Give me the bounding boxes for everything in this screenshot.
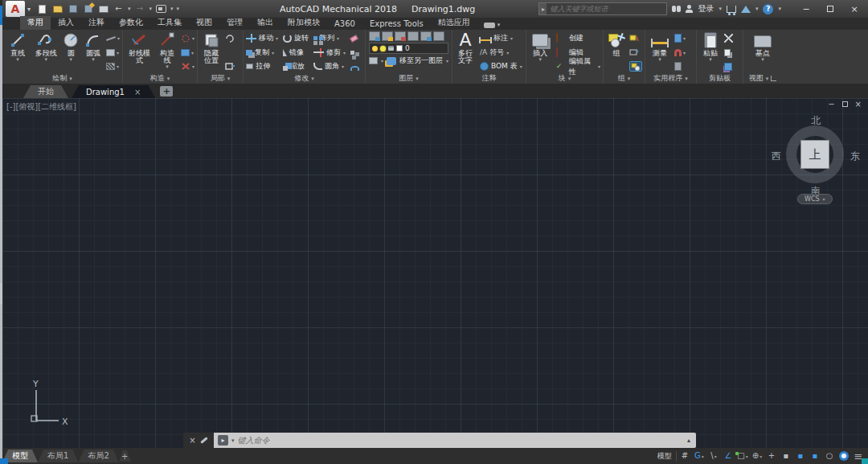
tab-annotate[interactable]: 注释 (81, 16, 112, 30)
user-account-icon[interactable] (686, 5, 693, 13)
ungroup-button[interactable] (629, 33, 642, 43)
detail-view-button[interactable] (225, 33, 235, 43)
viewcube-top-face[interactable]: 上 (800, 140, 829, 169)
help-search-box[interactable]: ▸ (538, 2, 667, 15)
maximize-button[interactable] (818, 1, 842, 17)
hide-position-button[interactable]: 隐藏位置 (200, 31, 223, 73)
arc-button[interactable]: 圆弧 ▾ (83, 31, 104, 73)
command-input[interactable] (238, 436, 684, 445)
isolate-objects-button[interactable]: ○ (823, 450, 836, 462)
group-button[interactable]: 组 (606, 31, 627, 73)
sign-in-label[interactable]: 登录 (698, 3, 714, 14)
polar-tracking-button[interactable]: ∠ (722, 450, 735, 462)
tab-addins[interactable]: 附加模块 (280, 16, 327, 30)
stretch-button[interactable]: 拉伸 (246, 60, 278, 72)
customize-qat-icon[interactable]: ▾ (177, 6, 180, 12)
rectangle-button[interactable]: ▾ (106, 47, 120, 58)
quick-calc-button[interactable] (674, 61, 686, 72)
ortho-restrict-button[interactable]: \▾ (707, 450, 720, 462)
help-button[interactable]: ? (763, 4, 773, 14)
undo-button[interactable]: ← (113, 4, 125, 14)
search-binoculars-icon[interactable] (672, 6, 681, 12)
selection-crosshair-button[interactable]: + (765, 450, 778, 462)
grid-display-button[interactable]: # (678, 450, 691, 462)
layer-match-icon[interactable] (433, 31, 444, 41)
edit-attributes-button[interactable]: ✓编辑属性▾ (556, 60, 600, 72)
quick-select-button[interactable]: ▾ (674, 47, 686, 58)
tab-view[interactable]: 视图 (189, 16, 219, 30)
bom-table-button[interactable]: BOM 表▾ (480, 60, 522, 72)
drawing-canvas[interactable]: [-][俯视][二维线框] − × 北 西 东 南 上 WCS ▾ Y X (2, 98, 868, 448)
file-tab-start[interactable]: 开始 (23, 85, 68, 98)
create-block-button[interactable]: 创建 (556, 32, 600, 44)
wcs-menu[interactable]: WCS ▾ (797, 194, 833, 204)
sign-in-dropdown-icon[interactable]: ▾ (719, 6, 722, 12)
polyline-button[interactable]: 多段线 ▾ (33, 31, 59, 73)
hardware-acceleration-button[interactable]: ● (837, 450, 850, 462)
mirror-button[interactable]: 镜像 (283, 47, 309, 59)
update-view-button[interactable] (225, 61, 235, 72)
rotate-button[interactable]: 旋转 (283, 32, 309, 44)
match-properties-button[interactable] (724, 61, 733, 72)
panel-label-modify[interactable]: 修改▾ (244, 73, 365, 84)
application-menu-button[interactable]: A (6, 1, 25, 17)
dropdown-icon[interactable]: ▾ (746, 454, 748, 459)
insert-block-button[interactable]: 插入 ▾ (529, 31, 552, 73)
copy-button[interactable]: 复制▾ (246, 47, 278, 59)
explode-button[interactable] (350, 47, 359, 59)
annotation-scale-button[interactable]: ▪ (809, 450, 821, 462)
redo-button[interactable]: → (134, 4, 146, 14)
annotation-autoscale-button[interactable]: ▪ (794, 450, 807, 462)
layer-dropdown[interactable]: 0 (369, 43, 448, 54)
layer-off-icon[interactable] (382, 31, 393, 41)
construction-rect-button[interactable]: ▾ (181, 47, 194, 58)
paste-button[interactable]: 粘贴 ▾ (699, 31, 722, 73)
tab-output[interactable]: 输出 (250, 16, 280, 30)
panel-label-utilities[interactable]: 实用程序▾ (645, 73, 696, 84)
search-expand-icon[interactable]: ▸ (539, 3, 547, 14)
ray-mode-button[interactable]: 射线模式 (125, 31, 154, 73)
undo-dropdown-icon[interactable]: ▾ (128, 6, 131, 12)
search-input[interactable] (547, 5, 666, 13)
application-menu-dropdown-icon[interactable]: ▾ (27, 6, 31, 13)
plot-button[interactable] (97, 4, 109, 14)
tab-a360[interactable]: A360 (327, 18, 362, 30)
tab-home[interactable]: 常用 (20, 16, 51, 30)
power-snap-button[interactable] (350, 60, 359, 72)
move-to-layer-icon[interactable] (387, 57, 396, 65)
array-button[interactable]: 阵列▾ (313, 32, 346, 44)
command-history-icon[interactable]: ▴ (687, 437, 692, 444)
panel-label-construct[interactable]: 构造▾ (123, 73, 197, 84)
help-dropdown-icon[interactable]: ▾ (778, 6, 781, 12)
close-command-icon[interactable]: × (189, 436, 195, 445)
fillet-button[interactable]: 圆角▾ (313, 60, 346, 72)
layout-tab-layout2[interactable]: 布局2 (78, 450, 118, 462)
id-point-button[interactable]: ▾ (674, 33, 686, 43)
construction-line-button[interactable]: 构造线 ▾ (156, 31, 178, 73)
annotation-visibility-button[interactable]: ▪ (780, 450, 792, 462)
ribbon-display-options[interactable]: ▾ (484, 22, 501, 30)
snap-mode-button[interactable]: G▾ (693, 450, 706, 462)
command-input-area[interactable]: ▸ ▾ ▴ (214, 433, 696, 448)
erase-construction-button[interactable]: ▾ (181, 61, 194, 72)
compass-north[interactable]: 北 (780, 114, 852, 128)
mtext-button[interactable]: A 多行文字 (455, 31, 476, 73)
model-space-button[interactable]: 模型 (653, 451, 677, 462)
move-button[interactable]: 移动▾ (246, 32, 278, 44)
group-edit-button[interactable] (629, 47, 642, 58)
measure-button[interactable]: 测量 ▾ (648, 31, 672, 73)
drawing-restore-icon[interactable] (842, 101, 848, 107)
layer-isolate-icon[interactable] (395, 31, 406, 41)
panel-label-layers[interactable]: 图层▾ (366, 73, 452, 84)
dimension-button[interactable]: 标注▾ (480, 32, 522, 44)
autodesk-exchange-icon[interactable] (741, 6, 751, 13)
compass-east[interactable]: 东 (850, 150, 860, 163)
make-current-icon[interactable] (369, 57, 378, 64)
object-snap-button[interactable]: □▾ (736, 450, 749, 462)
save-as-button[interactable] (82, 4, 94, 14)
scale-button[interactable]: 缩放 (283, 60, 309, 72)
panel-label-clipboard[interactable]: 剪贴板 (697, 73, 743, 84)
dropdown-icon[interactable]: ▾ (760, 454, 762, 459)
symbol-button[interactable]: /A符号▾ (480, 47, 522, 59)
file-tab-drawing1[interactable]: Drawing1 × (72, 85, 155, 98)
